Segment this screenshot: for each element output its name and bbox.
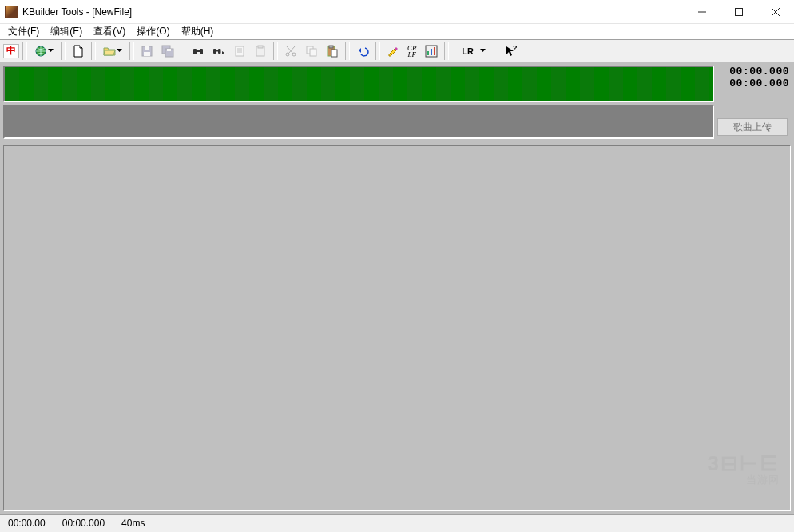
binoculars-icon bbox=[192, 45, 204, 58]
svg-rect-16 bbox=[216, 50, 219, 51]
binoculars-next-icon bbox=[212, 45, 225, 58]
paste-icon bbox=[326, 45, 339, 58]
undo-button[interactable] bbox=[353, 42, 372, 60]
window-title: KBuilder Tools - [NewFile] bbox=[22, 6, 132, 18]
chevron-down-icon bbox=[116, 48, 122, 54]
undo-icon bbox=[356, 45, 369, 58]
timecode-elapsed: 00:00.000 bbox=[717, 66, 791, 77]
status-time-short: 00:00.00 bbox=[0, 515, 54, 532]
svg-rect-6 bbox=[145, 46, 149, 50]
save-all-button[interactable] bbox=[158, 42, 177, 60]
maximize-button[interactable] bbox=[721, 0, 757, 24]
status-time-long: 00:00.000 bbox=[54, 515, 113, 532]
clipboard-button[interactable] bbox=[251, 42, 270, 60]
timecode-total: 00:00.000 bbox=[717, 77, 791, 89]
scissors-icon bbox=[284, 45, 297, 58]
language-label: 中 bbox=[6, 44, 16, 58]
lr-button[interactable]: LR bbox=[452, 42, 490, 60]
svg-rect-7 bbox=[144, 52, 150, 56]
svg-rect-26 bbox=[310, 49, 316, 56]
copy-icon bbox=[305, 45, 318, 58]
menu-view[interactable]: 查看(V) bbox=[89, 23, 130, 40]
svg-rect-15 bbox=[218, 49, 221, 54]
svg-rect-10 bbox=[167, 49, 171, 51]
language-button[interactable]: 中 bbox=[3, 44, 19, 58]
svg-rect-33 bbox=[434, 47, 435, 55]
globe-button[interactable] bbox=[30, 42, 58, 60]
svg-rect-29 bbox=[331, 50, 337, 57]
lyric-track[interactable] bbox=[3, 105, 714, 139]
app-icon bbox=[5, 6, 18, 18]
save-all-icon bbox=[161, 45, 174, 58]
menu-edit[interactable]: 编辑(E) bbox=[46, 23, 87, 40]
svg-rect-17 bbox=[236, 46, 244, 56]
crlf-button[interactable]: CRLF bbox=[404, 42, 420, 60]
save-button[interactable] bbox=[137, 42, 157, 60]
page-setup-button[interactable] bbox=[230, 42, 249, 60]
close-button[interactable] bbox=[757, 0, 794, 24]
svg-rect-1 bbox=[736, 8, 743, 15]
paste-button[interactable] bbox=[323, 42, 342, 60]
svg-rect-22 bbox=[258, 46, 263, 48]
menu-help[interactable]: 帮助(H) bbox=[177, 23, 219, 40]
svg-rect-12 bbox=[200, 49, 203, 54]
chart-icon bbox=[425, 45, 438, 58]
cut-button[interactable] bbox=[281, 42, 300, 60]
side-panel: 00:00.000 00:00.000 歌曲上传 bbox=[717, 66, 791, 136]
help-pointer-icon: ? bbox=[505, 45, 518, 58]
chevron-down-icon bbox=[47, 48, 54, 54]
chart-button[interactable] bbox=[422, 42, 441, 60]
close-icon bbox=[772, 8, 780, 16]
find-button[interactable] bbox=[189, 42, 208, 60]
folder-open-icon bbox=[103, 45, 116, 58]
minimize-icon bbox=[698, 8, 706, 16]
copy-button[interactable] bbox=[302, 42, 321, 60]
crlf-bot-label: LF bbox=[408, 50, 417, 58]
waveform-track[interactable] bbox=[3, 66, 714, 102]
page-icon bbox=[233, 45, 246, 58]
status-step: 40ms bbox=[113, 515, 153, 532]
svg-rect-13 bbox=[197, 50, 200, 52]
chevron-down-icon bbox=[480, 48, 486, 54]
svg-rect-11 bbox=[193, 49, 197, 54]
new-file-icon bbox=[72, 45, 85, 58]
clipboard-icon bbox=[254, 45, 267, 58]
menu-operate[interactable]: 操作(O) bbox=[132, 23, 174, 40]
track-panel bbox=[3, 66, 714, 142]
lr-label: LR bbox=[456, 46, 480, 56]
globe-icon bbox=[34, 45, 47, 58]
minimize-button[interactable] bbox=[684, 0, 721, 24]
highlight-icon bbox=[387, 45, 399, 58]
maximize-icon bbox=[735, 8, 743, 16]
svg-rect-14 bbox=[213, 49, 216, 54]
save-icon bbox=[141, 45, 153, 58]
menu-file[interactable]: 文件(F) bbox=[3, 23, 44, 40]
svg-rect-31 bbox=[427, 51, 429, 55]
new-file-button[interactable] bbox=[69, 42, 88, 60]
context-help-button[interactable]: ? bbox=[502, 42, 521, 60]
open-button[interactable] bbox=[99, 42, 126, 60]
status-bar: 00:00.00 00:00.000 40ms bbox=[0, 514, 794, 532]
find-next-button[interactable] bbox=[209, 42, 228, 60]
menu-bar: 文件(F) 编辑(E) 查看(V) 操作(O) 帮助(H) bbox=[0, 24, 794, 40]
svg-rect-28 bbox=[329, 46, 333, 48]
svg-rect-32 bbox=[431, 49, 432, 55]
title-bar: KBuilder Tools - [NewFile] bbox=[0, 0, 794, 24]
toolbar: 中 CRL bbox=[0, 40, 794, 62]
upload-song-button[interactable]: 歌曲上传 bbox=[717, 118, 788, 136]
work-area: 00:00.000 00:00.000 歌曲上传 3⊟⊢⋿ 当游网 bbox=[0, 62, 794, 514]
editor-area[interactable] bbox=[3, 145, 791, 511]
highlight-button[interactable] bbox=[383, 42, 403, 60]
svg-text:?: ? bbox=[513, 45, 518, 52]
